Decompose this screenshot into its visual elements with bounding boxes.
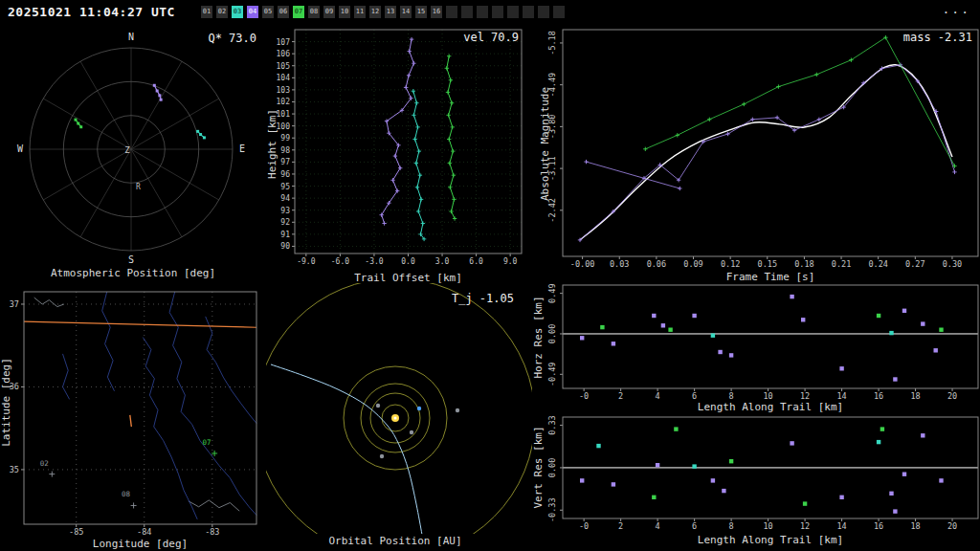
svg-text:101: 101 [277, 110, 291, 119]
station-toggle-05[interactable]: 05 [262, 6, 274, 18]
svg-text:92: 92 [280, 218, 290, 227]
station-toggle-12[interactable]: 12 [369, 6, 381, 18]
svg-text:0.21: 0.21 [832, 259, 851, 269]
magnitude-y-axis-label: Absolute Magnitude [539, 82, 551, 207]
ground-track-map-plot: -85-84-83353637020708 [0, 283, 266, 538]
horz-res-y-axis-label: Horz Res [km] [532, 294, 545, 382]
svg-text:0.06: 0.06 [647, 259, 666, 269]
magnitude-x-axis-label: Frame Time [s] [563, 271, 978, 283]
station-toggle-08[interactable]: 08 [308, 6, 320, 18]
orbital-position-plot [266, 283, 532, 534]
svg-text:0.27: 0.27 [905, 259, 924, 269]
panel-orbital-position: T_j -1.05 Orbital Position [AU] [266, 283, 532, 551]
svg-text:102: 102 [277, 98, 291, 106]
svg-text:6.0: 6.0 [469, 257, 483, 266]
svg-text:99: 99 [280, 134, 290, 143]
svg-text:18: 18 [910, 521, 920, 531]
svg-text:6: 6 [692, 521, 697, 531]
panel-light-curve: -0.000.030.060.090.120.150.180.210.240.2… [532, 25, 980, 287]
svg-text:-9.0: -9.0 [297, 257, 315, 266]
utc-timestamp: 20251021 11:04:27 UTC [8, 5, 175, 19]
station-toggle-empty[interactable] [477, 6, 488, 18]
svg-text:94: 94 [280, 194, 290, 203]
station-toggle-empty[interactable] [461, 6, 473, 18]
svg-text:96: 96 [280, 170, 290, 179]
station-toggle-empty[interactable] [492, 6, 503, 18]
svg-text:8: 8 [729, 391, 734, 401]
svg-text:8: 8 [729, 521, 734, 531]
svg-text:20: 20 [947, 391, 957, 401]
svg-text:-0.33: -0.33 [547, 497, 557, 522]
station-toggle-03[interactable]: 03 [232, 6, 243, 18]
station-toggle-09[interactable]: 09 [323, 6, 335, 18]
svg-text:14: 14 [836, 391, 846, 401]
svg-text:E: E [239, 143, 245, 154]
svg-text:9.0: 9.0 [503, 257, 518, 266]
svg-text:08: 08 [122, 490, 131, 498]
svg-text:14: 14 [836, 521, 846, 531]
svg-text:-3.0: -3.0 [365, 257, 383, 266]
svg-text:-0.49: -0.49 [547, 363, 557, 387]
station-toggle-15[interactable]: 15 [415, 6, 427, 18]
station-toggle-04[interactable]: 04 [247, 6, 258, 18]
station-toggle-16[interactable]: 16 [431, 6, 442, 18]
tisserand-readout: T_j -1.05 [452, 292, 514, 305]
svg-text:103: 103 [277, 86, 291, 95]
station-toggle-14[interactable]: 14 [400, 6, 412, 18]
trail-y-axis-label: Height [km] [266, 97, 278, 192]
top-bar: 20251021 11:04:27 UTC 010203040506070809… [0, 0, 980, 25]
map-y-axis-label: Latitude [deg] [0, 353, 12, 452]
station-toggle-10[interactable]: 10 [339, 6, 350, 18]
svg-text:-5.18: -5.18 [547, 31, 557, 55]
svg-text:16: 16 [874, 391, 883, 401]
overflow-menu-button[interactable]: ... [943, 2, 970, 16]
svg-text:4: 4 [656, 391, 660, 401]
svg-text:-0: -0 [579, 521, 589, 531]
panel-residuals: -024681012141618200.490.00-0.49 -0246810… [532, 283, 980, 551]
station-toggle-empty[interactable] [553, 6, 565, 18]
svg-text:-83: -83 [205, 527, 219, 537]
panel-trail-offset: -9.0-6.0-3.00.03.06.09.09091929394959697… [266, 25, 532, 287]
station-toggle-07[interactable]: 07 [293, 6, 304, 18]
light-curve-plot: -0.000.030.060.090.120.150.180.210.240.2… [532, 25, 980, 287]
vert-res-x-axis-label: Length Along Trail [km] [563, 534, 978, 546]
svg-text:95: 95 [280, 183, 290, 191]
svg-text:N: N [128, 32, 134, 42]
station-toggle-11[interactable]: 11 [354, 6, 366, 18]
station-toggle-13[interactable]: 13 [385, 6, 396, 18]
svg-text:0.30: 0.30 [943, 259, 962, 269]
svg-text:93: 93 [280, 207, 290, 215]
svg-text:Z: Z [124, 145, 130, 155]
station-toggle-empty[interactable] [446, 6, 457, 18]
vertical-residuals-plot: -024681012141618200.330.00-0.33 [532, 413, 980, 551]
atmos-plot-title: Atmospheric Position [deg] [10, 267, 256, 279]
svg-text:107: 107 [277, 38, 291, 47]
station-toggle-01[interactable]: 01 [201, 6, 212, 18]
mass-readout: mass -2.31 [903, 31, 972, 44]
svg-text:97: 97 [280, 158, 290, 166]
svg-text:18: 18 [910, 391, 920, 401]
svg-text:98: 98 [280, 146, 290, 155]
svg-text:0.12: 0.12 [721, 259, 740, 269]
station-toggle-empty[interactable] [538, 6, 549, 18]
svg-text:0.00: 0.00 [547, 458, 557, 477]
svg-text:0.49: 0.49 [547, 283, 557, 302]
station-toggle-empty[interactable] [507, 6, 519, 18]
svg-text:-84: -84 [137, 527, 151, 537]
svg-text:12: 12 [800, 521, 810, 531]
trail-offset-plot: -9.0-6.0-3.00.03.06.09.09091929394959697… [266, 25, 532, 287]
station-toggle-02[interactable]: 02 [216, 6, 228, 18]
svg-text:R: R [136, 183, 141, 191]
svg-text:02: 02 [40, 459, 49, 468]
svg-text:0.24: 0.24 [868, 259, 887, 269]
svg-text:16: 16 [874, 521, 883, 531]
svg-text:10: 10 [763, 521, 772, 531]
station-toggle-empty[interactable] [523, 6, 534, 18]
svg-text:-85: -85 [69, 527, 83, 537]
svg-text:6: 6 [692, 391, 697, 401]
vert-res-y-axis-label: Vert Res [km] [532, 424, 545, 512]
orbit-plot-title: Orbital Position [AU] [271, 535, 520, 547]
station-toggle-06[interactable]: 06 [278, 6, 289, 18]
svg-text:0.00: 0.00 [547, 324, 557, 343]
svg-text:91: 91 [280, 231, 290, 239]
